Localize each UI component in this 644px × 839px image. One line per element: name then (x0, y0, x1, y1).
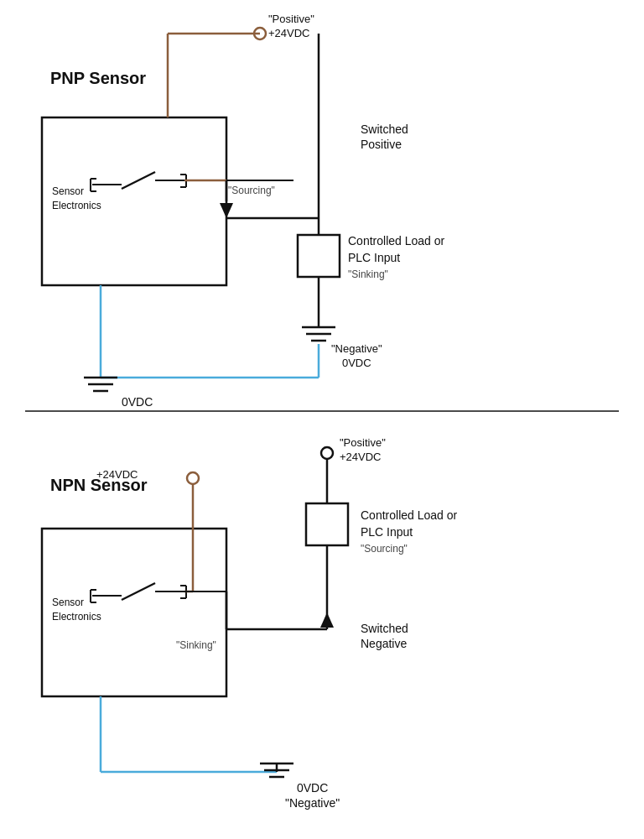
sensor-electronics-top: Sensor Electronics (52, 185, 101, 213)
load-label-bottom: Controlled Load or PLC Input "Sourcing" (361, 508, 457, 557)
sinking-label-top: "Sinking" (348, 268, 388, 280)
load-text-bottom: Controlled Load or PLC Input (361, 508, 457, 540)
svg-rect-19 (298, 235, 340, 277)
switched-negative-label: Switched Negative (361, 621, 408, 651)
positive-quote-top: "Positive" (268, 13, 314, 25)
plus24vdc-top: +24VDC (268, 27, 310, 39)
diagram-container: PNP Sensor "Positive" +24VDC Switched Po… (0, 0, 644, 839)
load-text-top: Controlled Load or PLC Input (348, 233, 444, 266)
sourcing-label-top: "Sourcing" (228, 185, 275, 198)
sourcing-label-bottom: "Sourcing" (361, 543, 408, 555)
sinking-label-bottom: "Sinking" (176, 639, 216, 653)
svg-marker-16 (220, 203, 233, 218)
switched-positive-label: Switched Positive (361, 122, 408, 152)
svg-rect-49 (306, 503, 348, 545)
svg-point-47 (321, 447, 333, 459)
bottom-0vdc-npn: 0VDC "Negative" (285, 780, 340, 810)
top-positive-label: "Positive" +24VDC (268, 13, 314, 41)
svg-point-43 (187, 472, 199, 484)
svg-line-35 (122, 583, 155, 600)
npn-plus24-left: +24VDC (96, 468, 138, 482)
bottom-0vdc-top: 0VDC (122, 394, 153, 409)
svg-marker-51 (320, 612, 334, 628)
pnp-title: PNP Sensor (50, 67, 151, 89)
npn-positive-right: "Positive" +24VDC (340, 436, 386, 465)
load-label-top: Controlled Load or PLC Input "Sinking" (348, 233, 444, 283)
sensor-electronics-bottom: Sensor Electronics (52, 596, 101, 624)
negative-label-top: "Negative" 0VDC (331, 342, 382, 371)
svg-line-3 (122, 172, 155, 189)
